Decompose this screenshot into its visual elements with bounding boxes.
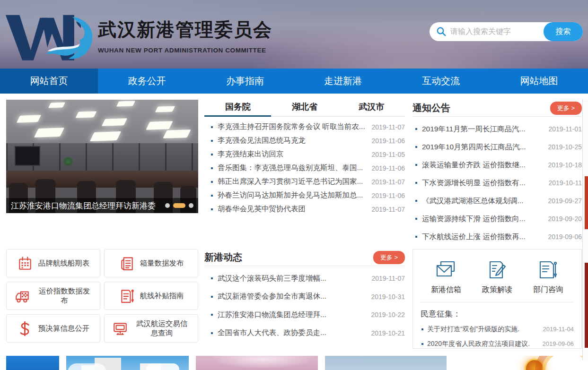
site-logo-icon [3,5,96,62]
bullet-icon [211,277,213,279]
notice-item[interactable]: 2019年11月第一周长江商品汽... 2019-11-01 [412,120,582,138]
search-input[interactable] [450,27,535,36]
news-item[interactable]: 胡春华会见英中贸协代表团 2019-11-07 [204,202,405,216]
bullet-icon [211,332,213,334]
service-schedule-button[interactable]: 品牌航线船期表 [6,249,100,277]
service-container-data-button[interactable]: 箱量数据发布 [104,249,198,277]
carousel-dot-active[interactable] [173,203,185,208]
bullet-icon [415,146,417,148]
dollar-icon [17,320,33,336]
bullet-icon [211,314,213,316]
banner-port-ship[interactable] [66,356,189,370]
nav-item-about-port[interactable]: 走进新港 [294,69,392,94]
notice-item-title: 运输资源持续下滑 运价指数向... [422,214,543,224]
mail-icon [434,259,458,281]
right-floating-widget-edge[interactable] [582,99,588,360]
site-title: 武汉新港管理委员会 [98,17,272,43]
news-item-date: 2019-11-06 [371,192,405,199]
consult-shortcut[interactable]: 部门咨询 [533,259,563,295]
news-item-date: 2019-11-07 [371,178,405,186]
news-item[interactable]: 孙春兰访问马达加斯加并会见马达加斯加总... 2019-11-06 [204,189,405,202]
dynamics-item[interactable]: 武汉这个滚装码头前三季度增幅... 2019-11-07 [204,269,405,288]
search-button[interactable]: 搜索 [544,22,583,41]
service-label: 武汉航运交易信息查询 [133,319,190,338]
poll-section-title: 民意征集： [421,309,574,319]
tab-state-council[interactable]: 国务院 [204,100,271,117]
nav-item-gov-affairs[interactable]: 政务公开 [98,69,196,94]
notice-item-title: 2019年11月第一周长江商品汽... [422,124,544,134]
news-carousel[interactable]: 江苏淮安港口物流集团总经理拜访新港委 [6,100,198,213]
dynamics-item-title: 全国省市人大代表、政协委员走... [218,328,366,338]
service-budget-info-button[interactable]: 预决算信息公开 [6,314,100,343]
policy-shortcut[interactable]: 政策解读 [482,259,512,295]
poll-item[interactable]: 关于对打造“双创”升级版的实施. 2019-11-04 [421,322,574,336]
dynamics-item[interactable]: 武汉新港管委会参加全市离退休... 2019-10-31 [204,288,405,306]
nav-item-sitemap[interactable]: 网站地图 [490,69,588,94]
news-item-title: 胡春华会见英中贸协代表团 [218,204,367,214]
bullet-icon [415,128,417,130]
shortcut-label: 部门咨询 [533,285,563,295]
carousel-dot[interactable] [165,203,170,208]
dynamics-item-title: 武汉新港管委会参加全市离退休... [218,292,366,301]
notice-item[interactable]: 2019年10月第四周长江商品汽... 2019-10-25 [412,138,582,156]
nav-item-interaction[interactable]: 互动交流 [392,69,490,94]
bullet-icon [211,296,213,298]
notice-item-date: 2019-10-11 [548,179,582,187]
banner-light-sky[interactable] [325,356,447,370]
news-item[interactable]: 韩正出席深入学习贯彻习近平总书记为国家... 2019-11-07 [204,175,405,189]
notice-item-title: 《武汉港武湖港区总体规划调... [422,196,543,206]
service-label: 品牌航线船期表 [38,258,90,268]
bullet-icon [415,200,417,202]
banner-pink-sky[interactable] [196,356,318,370]
carousel-caption[interactable]: 江苏淮安港口物流集团总经理拜访新港委 [11,200,165,211]
poll-item[interactable]: 2020年度省人民政府立法项目建议. 2019-09-06 [421,336,574,351]
news-item-title: 音乐图集：李克强总理乌兹别克斯坦、泰国... [218,163,367,173]
banner-national-emblem[interactable] [454,356,582,370]
banner-blue[interactable] [6,356,59,370]
notice-item[interactable]: 下水资源增长明显 运价指数有... 2019-10-11 [412,174,582,192]
interaction-shortcuts: 新港信箱 政策解读 [421,259,574,302]
notice-item[interactable]: 滚装运输量价齐跌 运价指数继... 2019-10-18 [412,156,582,174]
service-subsidy-guide-button[interactable]: 航线补贴指南 [104,282,198,310]
notices-more-button[interactable]: 更多 > [550,102,582,115]
notice-item-title: 下水航线运价上涨 运价指数再... [422,232,543,242]
nav-item-service-guide[interactable]: 办事指南 [196,69,294,94]
nav-item-home[interactable]: 网站首页 [0,69,98,94]
carousel-dot[interactable] [189,203,193,208]
news-item-title: 李克强会见法国总统马克龙 [218,136,367,146]
service-label: 箱量数据发布 [140,258,184,268]
service-freight-index-button[interactable]: 运价指数数据发布 [6,282,100,310]
service-trade-query-button[interactable]: 武汉航运交易信息查询 [104,314,198,343]
floating-widget-darkred-segment[interactable] [585,263,588,348]
dynamics-list: 武汉这个滚装码头前三季度增幅... 2019-11-07 武汉新港管委会参加全市… [204,269,405,342]
news-item-date: 2019-11-06 [371,164,405,172]
dynamics-more-button[interactable]: 更多 > [373,251,405,264]
news-item[interactable]: 李克强结束出访回京 2019-11-05 [204,147,405,161]
news-item-title: 李克强结束出访回京 [218,149,367,159]
dynamics-item-title: 江苏淮安港口物流集团总经理拜... [218,310,366,320]
notice-item-title: 下水资源增长明显 运价指数有... [422,178,544,188]
tab-hubei-province[interactable]: 湖北省 [271,100,338,117]
news-item[interactable]: 李克强主持召开国务院常务会议 听取当前农... 2019-11-07 [204,120,405,134]
gov-news-tabs: 国务院 湖北省 武汉市 [204,100,405,117]
brand-block: 武汉新港管理委员会 WUHAN NEW PORT ADMINISTRATION … [98,17,272,54]
news-item[interactable]: 音乐图集：李克强总理乌兹别克斯坦、泰国... 2019-11-06 [204,161,405,175]
dynamics-item[interactable]: 江苏淮安港口物流集团总经理拜... 2019-10-22 [204,306,405,324]
dynamics-item[interactable]: 全国省市人大代表、政协委员走... 2019-10-21 [204,324,405,343]
notice-item[interactable]: 下水航线运价上涨 运价指数再... 2019-09-06 [412,228,582,246]
floating-widget-red-segment[interactable] [585,176,588,229]
mailbox-shortcut[interactable]: 新港信箱 [431,259,461,295]
newspaper-icon [119,255,135,271]
dynamics-header: 新港动态 更多 > [204,249,405,266]
bullet-icon [211,154,213,155]
news-item[interactable]: 李克强会见法国总统马克龙 2019-11-06 [204,134,405,147]
service-label: 预决算信息公开 [38,324,90,333]
document-pen-icon [119,288,135,304]
notice-item-title: 滚装运输量价齐跌 运价指数继... [422,160,543,170]
notice-item[interactable]: 运输资源持续下滑 运价指数向... 2019-09-20 [412,210,582,228]
bullet-icon [415,182,417,184]
tab-wuhan-city[interactable]: 武汉市 [338,100,405,117]
notice-item[interactable]: 《武汉港武湖港区总体规划调... 2019-09-27 [412,192,582,210]
poll-item-title: 关于对打造“双创”升级版的实施. [427,325,540,334]
bullet-icon [211,195,213,197]
